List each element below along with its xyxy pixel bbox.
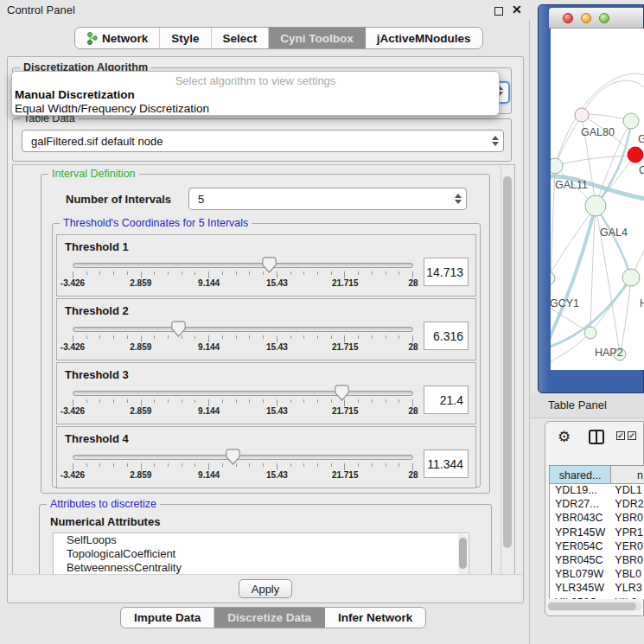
slider-track[interactable] bbox=[73, 327, 413, 332]
gear-icon[interactable]: ⚙ bbox=[558, 428, 571, 445]
float-panel-icon[interactable] bbox=[494, 7, 503, 16]
network-node[interactable] bbox=[622, 269, 640, 286]
slider-thumb[interactable] bbox=[335, 385, 349, 401]
threshold-value-field[interactable]: 6.316 bbox=[424, 322, 469, 350]
close-panel-icon[interactable]: ✕ bbox=[512, 3, 522, 16]
threshold-slider[interactable]: -3.4262.8599.14415.4321.71528 bbox=[73, 447, 413, 480]
apply-button[interactable]: Apply bbox=[239, 579, 292, 598]
table-row[interactable]: YDL19...YDL1 bbox=[550, 484, 644, 498]
threshold-value-field[interactable]: 14.713 bbox=[424, 258, 469, 286]
column-header-name[interactable]: n bbox=[611, 466, 644, 483]
attributes-scrollbar-thumb[interactable] bbox=[459, 538, 467, 569]
slider-ticks bbox=[73, 463, 413, 470]
slider-track[interactable] bbox=[73, 391, 413, 396]
dropdown-placeholder-item[interactable]: Select algorithm to view settings bbox=[12, 74, 499, 87]
tick-mark bbox=[113, 271, 114, 275]
tick-mark bbox=[236, 271, 237, 275]
threshold-slider[interactable]: -3.4262.8599.14415.4321.71528 bbox=[73, 319, 413, 352]
attributes-list-scrollbar[interactable] bbox=[458, 534, 468, 576]
table-row[interactable]: YBR045CYBR0 bbox=[550, 554, 644, 568]
close-traffic-light-icon[interactable] bbox=[563, 13, 573, 23]
table-row[interactable]: YDR27...YDR2 bbox=[550, 498, 644, 512]
network-node[interactable] bbox=[628, 147, 643, 163]
cell-name: YER0 bbox=[611, 540, 644, 554]
network-node[interactable] bbox=[575, 108, 589, 122]
table-row[interactable]: YIL052CYIL0 bbox=[550, 596, 644, 600]
table-row[interactable]: YBL079WYBL0 bbox=[550, 568, 644, 582]
threshold-panel-4: Threshold 4-3.4262.8599.14415.4321.71528… bbox=[56, 426, 476, 488]
slider-track[interactable] bbox=[73, 263, 413, 268]
cell-name: YPR1 bbox=[611, 526, 644, 540]
tick-mark bbox=[154, 335, 155, 339]
tab-impute-data[interactable]: Impute Data bbox=[121, 608, 214, 628]
tab-jactivemnodules[interactable]: jActiveMNodules bbox=[366, 28, 482, 48]
slider-thumb[interactable] bbox=[171, 321, 186, 337]
checkbox-select-all-icon[interactable]: ✓ bbox=[628, 431, 636, 440]
slider-track[interactable] bbox=[73, 455, 413, 460]
table-row[interactable]: YER054CYER0 bbox=[550, 540, 644, 554]
tab-discretize-data[interactable]: Discretize Data bbox=[214, 608, 325, 628]
tick-mark bbox=[399, 463, 399, 467]
network-node[interactable] bbox=[584, 327, 596, 339]
attribute-list-item[interactable]: TopologicalCoefficient bbox=[54, 547, 469, 561]
network-edge[interactable] bbox=[551, 206, 596, 277]
table-data-combobox[interactable]: galFiltered.sif default node bbox=[22, 130, 504, 152]
column-layout-icon[interactable] bbox=[589, 430, 604, 444]
network-canvas[interactable]: GAL80GAGAL11CGAL4GCY1HHAP2 bbox=[551, 29, 644, 370]
tick-mark bbox=[194, 335, 195, 339]
threshold-slider[interactable]: -3.4262.8599.14415.4321.71528 bbox=[73, 383, 413, 416]
network-edge[interactable] bbox=[556, 115, 582, 165]
numerical-attributes-list[interactable]: SelfLoopsTopologicalCoefficientBetweenne… bbox=[53, 532, 469, 577]
tab-select[interactable]: Select bbox=[212, 28, 270, 48]
minimize-traffic-light-icon[interactable] bbox=[581, 13, 591, 23]
tick-mark bbox=[113, 399, 114, 403]
tick-mark bbox=[249, 463, 250, 467]
table-scrollbar-thumb[interactable] bbox=[548, 603, 636, 610]
network-node[interactable] bbox=[551, 271, 555, 285]
threshold-slider[interactable]: -3.4262.8599.14415.4321.71528 bbox=[73, 255, 413, 288]
number-of-intervals-combobox[interactable]: 5 bbox=[188, 188, 467, 210]
dropdown-item-equal-width-frequency[interactable]: Equal Width/Frequency Discretization bbox=[15, 102, 209, 115]
dropdown-item-manual-discretization[interactable]: Manual Discretization bbox=[15, 88, 135, 101]
panel-scrollbar-thumb[interactable] bbox=[503, 176, 512, 548]
column-header-shared-name[interactable]: shared... bbox=[550, 466, 611, 483]
threshold-value-field[interactable]: 21.4 bbox=[424, 386, 469, 414]
threshold-label: Threshold 4 bbox=[65, 432, 475, 445]
table-data-combobox-value: galFiltered.sif default node bbox=[22, 135, 488, 148]
tab-cyni-toolbox[interactable]: Cyni Toolbox bbox=[269, 28, 366, 48]
network-node-label: GCY1 bbox=[551, 297, 579, 309]
network-window-titlebar[interactable] bbox=[549, 8, 643, 29]
tab-style-label: Style bbox=[171, 32, 199, 45]
cell-shared-name: YDR27... bbox=[550, 498, 611, 512]
attribute-list-item[interactable]: SelfLoops bbox=[54, 533, 469, 547]
tick-mark bbox=[86, 463, 87, 467]
tick-mark bbox=[86, 399, 87, 403]
number-of-intervals-stepper[interactable] bbox=[450, 194, 466, 204]
tab-style[interactable]: Style bbox=[160, 28, 211, 48]
table-row[interactable]: YPR145WYPR1 bbox=[550, 526, 644, 540]
slider-tick-labels: -3.4262.8599.14415.4321.71528 bbox=[73, 278, 413, 288]
table-data-combobox-stepper[interactable] bbox=[488, 136, 503, 146]
slider-ticks bbox=[73, 271, 413, 278]
network-node[interactable] bbox=[623, 113, 639, 129]
panel-vertical-scrollbar[interactable] bbox=[501, 166, 513, 575]
network-node[interactable] bbox=[585, 195, 606, 216]
slider-thumb[interactable] bbox=[262, 257, 277, 273]
tick-mark bbox=[344, 335, 345, 342]
table-row[interactable]: YBR043CYBR0 bbox=[550, 512, 644, 526]
attribute-list-item[interactable]: BetweennessCentrality bbox=[54, 561, 469, 575]
table-horizontal-scrollbar[interactable] bbox=[547, 602, 641, 611]
tick-mark bbox=[263, 399, 264, 403]
tab-infer-network[interactable]: Infer Network bbox=[325, 608, 425, 628]
checkbox-select-icon[interactable]: ✓ bbox=[616, 431, 625, 440]
tick-mark bbox=[263, 335, 264, 339]
zoom-traffic-light-icon[interactable] bbox=[599, 13, 609, 23]
slider-thumb[interactable] bbox=[226, 449, 240, 465]
tab-network[interactable]: Network bbox=[75, 28, 160, 48]
network-edge-highlighted[interactable] bbox=[596, 206, 630, 277]
tick-label: -3.426 bbox=[61, 278, 85, 288]
threshold-value-field[interactable]: 11.344 bbox=[424, 450, 469, 478]
table-row[interactable]: YLR345WYLR3 bbox=[550, 582, 644, 596]
network-node[interactable] bbox=[551, 158, 563, 174]
tick-mark bbox=[290, 271, 291, 275]
